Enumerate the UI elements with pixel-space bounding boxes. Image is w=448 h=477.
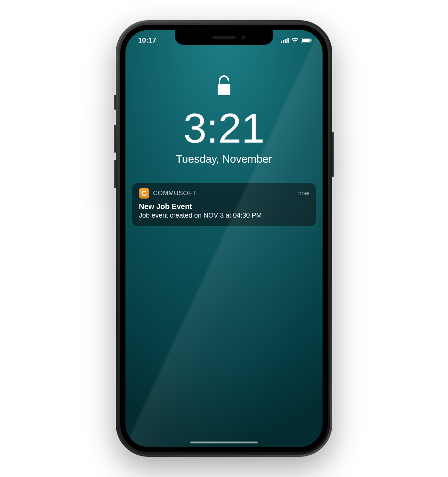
lockscreen-content: 3:21 Tuesday, November: [125, 75, 323, 165]
phone-frame-inner: 10:17: [120, 25, 328, 452]
status-time: 10:17: [138, 36, 175, 44]
lockscreen-time: 3:21: [183, 107, 265, 149]
notification-app-icon: C: [139, 188, 149, 199]
notification-app-name: COMMUSOFT: [153, 190, 196, 197]
notification-body: Job event created on NOV 3 at 04:30 PM: [139, 212, 309, 219]
notification-header: C COMMUSOFT now: [139, 188, 309, 199]
signal-icon: [281, 38, 289, 43]
app-icon-letter: C: [141, 190, 147, 197]
status-bar: 10:17: [125, 30, 323, 48]
notification-title: New Job Event: [139, 202, 309, 211]
svg-rect-3: [287, 38, 289, 43]
svg-rect-5: [302, 39, 310, 42]
home-indicator[interactable]: [190, 442, 258, 443]
svg-rect-2: [285, 39, 287, 43]
notification-timestamp: now: [298, 190, 309, 197]
svg-rect-6: [311, 40, 312, 41]
svg-rect-7: [218, 84, 230, 95]
svg-rect-0: [281, 41, 282, 43]
phone-frame-mid: 10:17: [118, 22, 330, 455]
wifi-icon: [291, 38, 299, 43]
lockscreen-date: Tuesday, November: [176, 153, 272, 165]
svg-rect-1: [283, 40, 284, 43]
unlock-icon: [216, 75, 232, 96]
status-icons: [275, 38, 312, 43]
phone-frame-outer: 10:17: [116, 20, 332, 457]
battery-icon: [301, 38, 312, 43]
notification-card[interactable]: C COMMUSOFT now New Job Event Job event …: [132, 183, 316, 226]
phone-screen[interactable]: 10:17: [125, 30, 323, 447]
phone-device: 10:17: [116, 20, 332, 457]
